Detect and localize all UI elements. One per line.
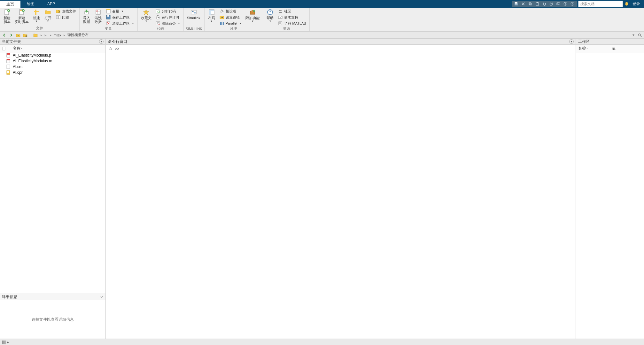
svg-rect-4 bbox=[536, 3, 539, 5]
login-link[interactable]: 登录 bbox=[631, 1, 642, 7]
addons-button[interactable]: 附加功能 ▼ bbox=[244, 8, 261, 23]
clear-commands-button[interactable]: 清除命令 ▼ bbox=[154, 20, 182, 26]
tab-app[interactable]: APP bbox=[41, 0, 61, 8]
ws-value-column[interactable]: 值 bbox=[610, 45, 644, 52]
svg-rect-40 bbox=[194, 12, 196, 13]
details-hint: 选择文件以查看详细信息 bbox=[32, 317, 74, 322]
name-column-header[interactable]: 名称 ▾ bbox=[8, 46, 104, 51]
svg-rect-47 bbox=[223, 22, 224, 25]
tab-plot[interactable]: 绘图 bbox=[20, 0, 41, 8]
workspace-title-bar[interactable]: 工作区 bbox=[576, 39, 644, 45]
request-support-button[interactable]: 请求支持 bbox=[276, 14, 307, 20]
analyze-code-button[interactable]: 分析代码 bbox=[154, 8, 182, 14]
set-path-button[interactable]: 设置路径 bbox=[218, 14, 243, 20]
quick-dropdown-icon[interactable] bbox=[570, 1, 575, 6]
save-ws-label: 保存工作区 bbox=[112, 15, 130, 20]
cut-icon[interactable] bbox=[521, 1, 526, 6]
search-docs[interactable] bbox=[578, 1, 623, 7]
addr-search-button[interactable] bbox=[637, 32, 643, 38]
crumb-sep-icon: ▸ bbox=[40, 33, 43, 37]
parallel-button[interactable]: Parallel ▼ bbox=[218, 20, 243, 26]
undo-icon[interactable] bbox=[542, 1, 547, 6]
command-window-title-bar[interactable]: 命令行窗口 ▾ bbox=[106, 39, 576, 45]
save-workspace-button[interactable]: 保存工作区 bbox=[105, 14, 136, 20]
support-label: 请求支持 bbox=[284, 15, 298, 20]
paste-icon[interactable] bbox=[535, 1, 540, 6]
nav-up-button[interactable] bbox=[15, 32, 21, 38]
learn-matlab-button[interactable]: 了解 MATLAB bbox=[276, 20, 307, 26]
ws-name-column[interactable]: 名称 ▴ bbox=[576, 45, 610, 52]
search-input[interactable] bbox=[580, 2, 625, 6]
save-icon[interactable] bbox=[514, 1, 519, 6]
layout-button[interactable]: 布局 ▼ bbox=[206, 8, 217, 23]
clean-label: 清洗 数据 bbox=[95, 16, 102, 24]
svg-rect-46 bbox=[221, 22, 222, 25]
analyze-icon bbox=[155, 9, 160, 14]
svg-rect-36 bbox=[157, 15, 159, 16]
help-button[interactable]: ? 帮助 ▼ bbox=[265, 8, 275, 23]
crumb-folder-1[interactable]: mtex bbox=[54, 33, 61, 37]
clear-ws-label: 清空工作区 bbox=[112, 21, 130, 26]
clear-workspace-button[interactable]: 清空工作区 ▼ bbox=[105, 20, 136, 26]
community-button[interactable]: 社区 bbox=[276, 8, 307, 14]
preferences-button[interactable]: 预设项 bbox=[218, 8, 243, 14]
favorites-button[interactable]: 收藏夹 ▼ bbox=[140, 8, 153, 23]
panel-menu-button[interactable]: ▾ bbox=[99, 39, 104, 44]
new-live-script-button[interactable]: 新建 实时脚本 bbox=[13, 8, 30, 24]
clean-data-button[interactable]: 清洗 数据 bbox=[93, 8, 103, 24]
svg-rect-24 bbox=[58, 16, 60, 19]
file-row[interactable]: Al.cpr bbox=[0, 70, 105, 75]
top-tab-bar: 主页 绘图 APP ? 登录 bbox=[0, 0, 644, 8]
open-button[interactable]: 打开 ▼ bbox=[43, 8, 53, 23]
workspace-title: 工作区 bbox=[578, 39, 590, 44]
find-files-button[interactable]: 查找文件 bbox=[54, 8, 77, 14]
clear-cmd-label: 清除命令 bbox=[162, 21, 176, 26]
fx-icon[interactable]: fx bbox=[109, 47, 112, 51]
path-icon bbox=[219, 15, 224, 20]
chevron-down-icon: ▼ bbox=[239, 22, 242, 25]
chevron-down-icon: ▼ bbox=[269, 20, 271, 23]
variable-button[interactable]: 变量 ▼ bbox=[105, 8, 136, 14]
file-name: Al_ElasticityModulus.m bbox=[13, 59, 52, 63]
addr-dropdown-button[interactable] bbox=[631, 32, 636, 38]
copy-icon[interactable] bbox=[528, 1, 533, 6]
clear-cmd-icon bbox=[155, 21, 160, 26]
redo-icon[interactable] bbox=[549, 1, 554, 6]
command-window-body[interactable]: fx >> bbox=[106, 45, 576, 339]
file-list[interactable]: Al_ElasticityModulus.p Al_ElasticityModu… bbox=[0, 52, 105, 293]
chevron-down-icon: ▼ bbox=[210, 20, 213, 23]
chevron-down-icon: ▼ bbox=[47, 20, 49, 23]
details-collapse-button[interactable] bbox=[100, 295, 104, 299]
compare-label: 比较 bbox=[62, 15, 69, 20]
cpr-file-icon bbox=[6, 70, 11, 75]
compare-button[interactable]: 比较 bbox=[54, 14, 77, 20]
import-data-button[interactable]: 导入 数据 bbox=[81, 8, 92, 24]
help-icon[interactable]: ? bbox=[563, 1, 568, 6]
crumb-folder-2[interactable]: 弹性模量分布 bbox=[67, 33, 89, 37]
tab-home[interactable]: 主页 bbox=[0, 0, 20, 8]
svg-point-58 bbox=[639, 34, 641, 36]
svg-rect-68 bbox=[7, 72, 9, 73]
new-script-button[interactable]: 新建 脚本 bbox=[2, 8, 12, 24]
file-row[interactable]: Al_ElasticityModulus.p bbox=[0, 52, 105, 58]
simulink-label: Simulink bbox=[187, 16, 200, 20]
current-folder-title-bar[interactable]: 当前文件夹 ▾ bbox=[0, 39, 105, 45]
run-and-time-button[interactable]: 运行并计时 bbox=[154, 14, 182, 20]
svg-rect-42 bbox=[209, 10, 211, 15]
workspace-body[interactable] bbox=[576, 52, 644, 339]
details-header[interactable]: 详细信息 bbox=[0, 293, 105, 300]
switch-windows-icon[interactable] bbox=[556, 1, 561, 6]
status-ready-icon: |||| ▸ bbox=[2, 340, 9, 344]
sort-indicator-icon: ▴ bbox=[586, 47, 588, 50]
file-row[interactable]: Al.crc bbox=[0, 64, 105, 70]
nav-back-button[interactable] bbox=[1, 32, 7, 38]
notification-icon[interactable] bbox=[624, 1, 629, 6]
file-row[interactable]: Al_ElasticityModulus.m bbox=[0, 58, 105, 64]
nav-browse-button[interactable] bbox=[22, 32, 28, 38]
panel-menu-button[interactable]: ▾ bbox=[569, 39, 574, 44]
new-button[interactable]: 新建 ▼ bbox=[31, 8, 42, 23]
simulink-button[interactable]: Simulink bbox=[186, 8, 202, 20]
layout-icon bbox=[208, 9, 215, 15]
crumb-drive[interactable]: F: bbox=[44, 33, 48, 37]
nav-forward-button[interactable] bbox=[8, 32, 14, 38]
